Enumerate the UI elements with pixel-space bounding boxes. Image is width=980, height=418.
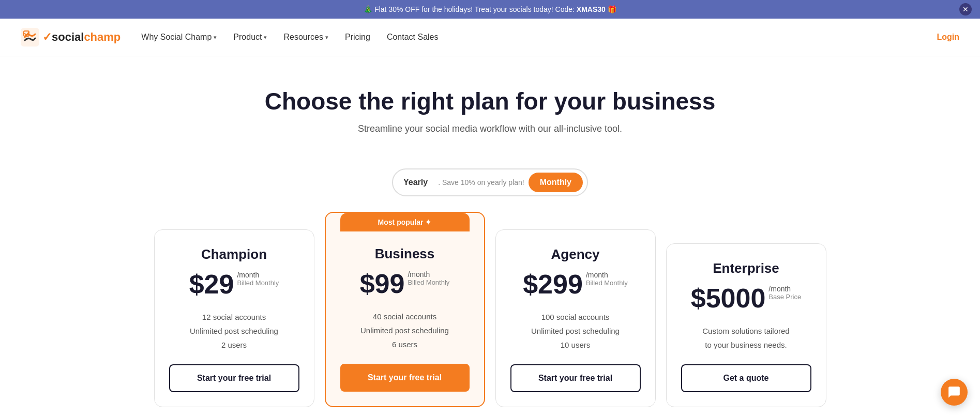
logo-text-accent: ✓ xyxy=(42,30,52,43)
toggle-yearly-label[interactable]: Yearly xyxy=(397,175,434,190)
svg-rect-0 xyxy=(21,28,39,47)
plan-feature: Unlimited post scheduling xyxy=(531,324,620,338)
nav-pricing-label: Pricing xyxy=(345,33,370,42)
plan-billed: Base Price xyxy=(768,293,801,301)
plan-price-details: /month Billed Monthly xyxy=(586,271,628,290)
plan-price-details: /month Billed Monthly xyxy=(408,270,449,289)
chat-icon xyxy=(947,385,961,399)
plan-price: $99 xyxy=(360,270,405,297)
plan-billed: Billed Monthly xyxy=(408,278,449,286)
plan-per-month: /month xyxy=(768,285,791,293)
hero-title: Choose the right plan for your business xyxy=(10,87,970,115)
plan-cta-button[interactable]: Start your free trial xyxy=(340,364,470,392)
banner-text: 🎄 Flat 30% OFF for the holidays! Treat y… xyxy=(364,5,616,13)
plan-cta-button[interactable]: Start your free trial xyxy=(169,364,299,392)
plan-price-row: $29 /month Billed Monthly xyxy=(189,271,279,298)
plan-features: 40 social accountsUnlimited post schedul… xyxy=(360,309,449,351)
plan-price-details: /month Billed Monthly xyxy=(237,271,279,290)
plan-price: $299 xyxy=(523,271,583,298)
plan-feature: Unlimited post scheduling xyxy=(360,323,449,337)
toggle-container: Yearly . Save 10% on yearly plan! Monthl… xyxy=(392,168,588,196)
plan-feature: 40 social accounts xyxy=(360,309,449,323)
promo-banner: 🎄 Flat 30% OFF for the holidays! Treat y… xyxy=(0,0,980,19)
nav-item-product[interactable]: Product ▾ xyxy=(233,33,267,42)
nav-item-why[interactable]: Why Social Champ ▾ xyxy=(141,33,217,42)
login-button[interactable]: Login xyxy=(937,33,959,42)
plan-per-month: /month xyxy=(586,271,608,279)
promo-code: XMAS30 xyxy=(577,5,606,13)
plan-cta-button[interactable]: Get a quote xyxy=(681,364,811,392)
plan-billed: Billed Monthly xyxy=(237,279,279,287)
banner-close-button[interactable]: ✕ xyxy=(959,3,972,16)
nav-links: Why Social Champ ▾ Product ▾ Resources ▾… xyxy=(141,33,937,42)
hero-subtitle: Streamline your social media workflow wi… xyxy=(10,123,970,134)
plan-cta-button[interactable]: Start your free trial xyxy=(510,364,641,392)
plan-feature: to your business needs. xyxy=(702,338,789,352)
plan-feature: 12 social accounts xyxy=(190,310,278,324)
nav-item-contact[interactable]: Contact Sales xyxy=(387,33,439,42)
plan-feature: 100 social accounts xyxy=(531,310,620,324)
toggle-save-text: . Save 10% on yearly plan! xyxy=(438,178,524,187)
logo[interactable]: ✓socialchamp xyxy=(21,28,120,47)
hero-section: Choose the right plan for your business … xyxy=(0,56,980,150)
yearly-text: Yearly xyxy=(403,178,428,187)
plan-features: 12 social accountsUnlimited post schedul… xyxy=(190,310,278,352)
plan-features: Custom solutions tailoredto your busines… xyxy=(702,324,789,352)
plan-feature: 6 users xyxy=(360,337,449,351)
plan-name: Enterprise xyxy=(713,260,779,276)
plan-card-business: Most popular ✦Business $99 /month Billed… xyxy=(325,212,485,407)
plan-price: $5000 xyxy=(691,285,766,312)
toggle-monthly-button[interactable]: Monthly xyxy=(529,173,583,192)
plan-price-row: $5000 /month Base Price xyxy=(691,285,801,312)
plan-card-enterprise: Enterprise $5000 /month Base Price Custo… xyxy=(666,243,826,407)
chevron-down-icon: ▾ xyxy=(214,34,217,41)
chevron-down-icon: ▾ xyxy=(264,34,267,41)
nav-contact-label: Contact Sales xyxy=(387,33,439,42)
nav-item-resources[interactable]: Resources ▾ xyxy=(283,33,328,42)
chat-bubble-button[interactable] xyxy=(941,379,968,406)
plan-card-agency: Agency $299 /month Billed Monthly 100 so… xyxy=(495,229,656,407)
plan-name: Agency xyxy=(551,246,600,262)
navbar: ✓socialchamp Why Social Champ ▾ Product … xyxy=(0,19,980,56)
logo-icon xyxy=(21,28,39,47)
plan-per-month: /month xyxy=(408,270,430,278)
plan-feature: 2 users xyxy=(190,338,278,352)
plan-price-details: /month Base Price xyxy=(768,285,801,304)
plan-features: 100 social accountsUnlimited post schedu… xyxy=(531,310,620,352)
plan-feature: Unlimited post scheduling xyxy=(190,324,278,338)
logo-text: ✓socialchamp xyxy=(42,30,120,44)
plan-feature: Custom solutions tailored xyxy=(702,324,789,338)
plan-price-row: $99 /month Billed Monthly xyxy=(360,270,450,297)
plan-name: Business xyxy=(375,246,435,262)
nav-product-label: Product xyxy=(233,33,262,42)
chevron-down-icon: ▾ xyxy=(325,34,328,41)
pricing-section: Champion $29 /month Billed Monthly 12 so… xyxy=(0,212,980,418)
plan-price-row: $299 /month Billed Monthly xyxy=(523,271,628,298)
nav-item-pricing[interactable]: Pricing xyxy=(345,33,370,42)
plan-feature: 10 users xyxy=(531,338,620,352)
billing-toggle: Yearly . Save 10% on yearly plan! Monthl… xyxy=(0,168,980,196)
popular-badge: Most popular ✦ xyxy=(340,213,470,231)
plan-per-month: /month xyxy=(237,271,259,279)
plan-name: Champion xyxy=(201,246,267,262)
plan-card-champion: Champion $29 /month Billed Monthly 12 so… xyxy=(154,229,314,407)
plan-billed: Billed Monthly xyxy=(586,279,628,287)
plan-price: $29 xyxy=(189,271,234,298)
nav-why-label: Why Social Champ xyxy=(141,33,212,42)
nav-resources-label: Resources xyxy=(283,33,323,42)
